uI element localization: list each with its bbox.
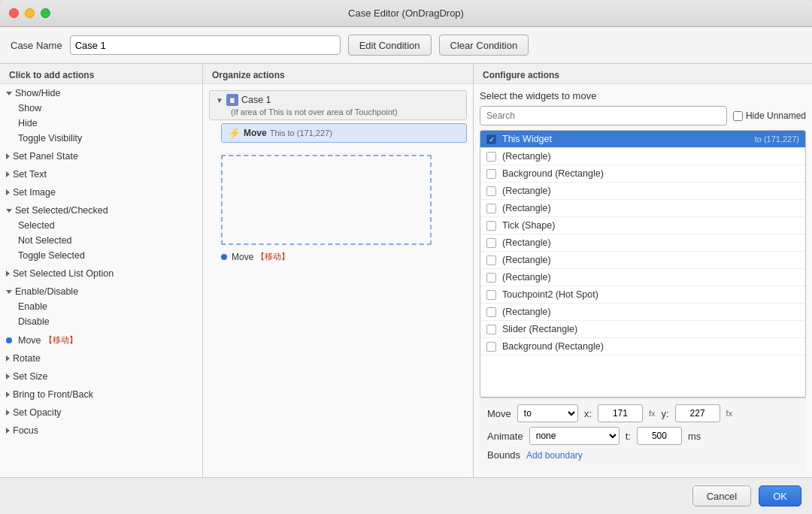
widget-name-11: (Rectangle) [502, 307, 799, 317]
enable-action[interactable]: Enable [0, 299, 202, 314]
close-button[interactable] [9, 8, 19, 18]
move-direction-select[interactable]: to by to anchor [517, 404, 578, 422]
hide-unnamed-checkbox[interactable] [733, 111, 743, 121]
add-boundary-link[interactable]: Add boundary [526, 450, 583, 461]
clear-condition-button[interactable]: Clear Condition [439, 35, 529, 56]
rotate-triangle [6, 355, 10, 361]
edit-condition-button[interactable]: Edit Condition [348, 35, 432, 56]
set-panel-state-header[interactable]: Set Panel State [0, 149, 202, 164]
widget-checkbox-10[interactable] [486, 290, 496, 300]
rotate-header[interactable]: Rotate [0, 351, 202, 366]
set-size-header[interactable]: Set Size [0, 369, 202, 384]
x-input[interactable] [598, 404, 643, 422]
widget-row-10[interactable]: Touchpoint2 (Hot Spot) [480, 286, 805, 304]
header-row: Case Name Edit Condition Clear Condition [0, 27, 812, 64]
maximize-button[interactable] [41, 8, 50, 18]
set-text-group: Set Text [0, 165, 202, 183]
bring-to-front-header[interactable]: Bring to Front/Back [0, 387, 202, 402]
widget-name-1: This Widget [502, 134, 752, 144]
move-row-tag: 【移动】 [256, 251, 289, 262]
set-selected-header[interactable]: Set Selected/Checked [0, 203, 202, 218]
widget-name-6: Tick (Shape) [502, 220, 799, 231]
widget-checkbox-11[interactable] [486, 307, 496, 317]
move-action-line[interactable]: ⚡ Move This to (171,227) [221, 123, 467, 143]
set-selected-list-header[interactable]: Set Selected List Option [0, 266, 202, 281]
search-row: Hide Unnamed [480, 106, 806, 125]
focus-header[interactable]: Focus [0, 423, 202, 438]
toggle-selected-action[interactable]: Toggle Selected [0, 248, 202, 263]
enable-disable-label: Enable/Disable [15, 286, 78, 297]
move-group: Move 【移动】 [0, 331, 202, 349]
show-hide-triangle [6, 92, 12, 95]
set-opacity-label: Set Opacity [13, 407, 62, 418]
set-text-triangle [6, 171, 10, 177]
connector-box [221, 155, 432, 245]
move-config-label: Move [487, 408, 511, 419]
case-header: ▼ 📋 Case 1 [216, 94, 460, 106]
widget-name-8: (Rectangle) [502, 255, 799, 265]
widget-row-7[interactable]: (Rectangle) [480, 234, 805, 252]
move-label: Move [18, 335, 41, 346]
widget-row-6[interactable]: Tick (Shape) [480, 217, 805, 234]
widget-checkbox-8[interactable] [486, 255, 496, 265]
y-input[interactable] [675, 404, 720, 422]
set-size-label: Set Size [13, 371, 48, 382]
selected-action[interactable]: Selected [0, 218, 202, 233]
animate-select[interactable]: none linear ease in ease out [529, 427, 620, 445]
middle-content: ▼ 📋 Case 1 (If area of This is not over … [203, 84, 473, 477]
widget-row-9[interactable]: (Rectangle) [480, 269, 805, 286]
minimize-button[interactable] [25, 8, 35, 18]
widget-row-2[interactable]: (Rectangle) [480, 148, 805, 165]
widget-name-13: Background (Rectangle) [502, 341, 799, 352]
widget-checkbox-4[interactable] [486, 186, 496, 196]
widget-row-11[interactable]: (Rectangle) [480, 304, 805, 321]
case-triangle-icon: ▼ [216, 96, 223, 104]
widget-checkbox-7[interactable] [486, 238, 496, 248]
case-name-label: Case Name [11, 40, 62, 51]
set-panel-state-triangle [6, 153, 10, 159]
hide-action[interactable]: Hide [0, 116, 202, 131]
disable-action[interactable]: Disable [0, 314, 202, 329]
set-selected-list-triangle [6, 271, 10, 277]
widget-checkbox-3[interactable] [486, 169, 496, 179]
left-panel: Click to add actions Show/Hide Show Hide… [0, 64, 203, 477]
cancel-button[interactable]: Cancel [692, 485, 751, 506]
widget-row-13[interactable]: Background (Rectangle) [480, 338, 805, 355]
widget-row-5[interactable]: (Rectangle) [480, 200, 805, 217]
set-selected-list-label: Set Selected List Option [13, 268, 114, 279]
widget-checkbox-1[interactable] [486, 135, 496, 144]
show-hide-group-header[interactable]: Show/Hide [0, 86, 202, 101]
ok-button[interactable]: OK [759, 485, 801, 506]
set-text-header[interactable]: Set Text [0, 167, 202, 182]
rotate-group: Rotate [0, 349, 202, 367]
widget-row-8[interactable]: (Rectangle) [480, 252, 805, 269]
widget-name-2: (Rectangle) [502, 151, 799, 162]
widget-checkbox-9[interactable] [486, 273, 496, 283]
not-selected-action[interactable]: Not Selected [0, 233, 202, 248]
toggle-visibility-action[interactable]: Toggle Visibility [0, 131, 202, 146]
y-label: y: [661, 408, 668, 419]
case-title: Case 1 [241, 95, 271, 105]
show-action[interactable]: Show [0, 101, 202, 116]
t-input[interactable] [637, 427, 682, 445]
search-input[interactable] [480, 106, 727, 125]
set-image-header[interactable]: Set Image [0, 185, 202, 200]
widget-checkbox-5[interactable] [486, 204, 496, 213]
widget-row-3[interactable]: Background (Rectangle) [480, 165, 805, 183]
widget-row-12[interactable]: Slider (Rectangle) [480, 321, 805, 338]
widget-checkbox-2[interactable] [486, 152, 496, 162]
case-name-input[interactable] [70, 35, 341, 55]
widget-checkbox-13[interactable] [486, 342, 496, 352]
right-panel-header: Configure actions [474, 64, 812, 84]
widget-row-4[interactable]: (Rectangle) [480, 183, 805, 200]
widget-checkbox-12[interactable] [486, 325, 496, 334]
set-opacity-header[interactable]: Set Opacity [0, 405, 202, 420]
main-area: Click to add actions Show/Hide Show Hide… [0, 64, 812, 477]
widget-row-1[interactable]: This Widget to (171,227) [480, 131, 805, 148]
enable-disable-header[interactable]: Enable/Disable [0, 284, 202, 299]
middle-panel: Organize actions ▼ 📋 Case 1 (If area of … [203, 64, 474, 477]
lightning-icon: ⚡ [228, 127, 241, 139]
right-content: Select the widgets to move Hide Unnamed … [474, 84, 812, 477]
move-header[interactable]: Move 【移动】 [0, 332, 202, 348]
widget-checkbox-6[interactable] [486, 221, 496, 231]
